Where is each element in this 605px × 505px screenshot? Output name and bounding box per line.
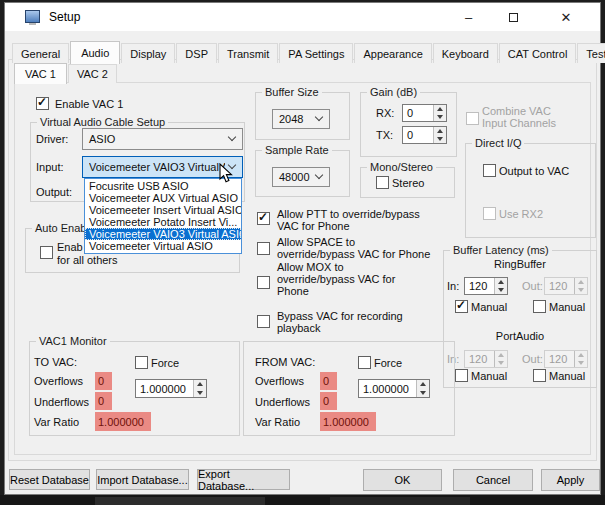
sample-rate-title: Sample Rate bbox=[262, 144, 332, 156]
export-database-button[interactable]: Export Database... bbox=[197, 469, 290, 490]
stereo-checkbox[interactable] bbox=[376, 176, 389, 189]
spin-up-icon[interactable] bbox=[417, 380, 429, 389]
direct-iq-group: Direct I/Q bbox=[465, 143, 596, 238]
reset-database-button[interactable]: Reset Database bbox=[9, 469, 90, 490]
allow-ptt-checkbox[interactable] bbox=[257, 212, 270, 225]
stereo-label: Stereo bbox=[392, 177, 424, 189]
window-title: Setup bbox=[49, 10, 80, 24]
output-to-vac-checkbox[interactable] bbox=[483, 164, 496, 177]
dropdown-item-selected[interactable]: Voicemeeter VAIO3 Virtual ASIO bbox=[85, 228, 241, 240]
spin-up-icon bbox=[495, 351, 507, 359]
sample-rate-select[interactable]: 48000 bbox=[272, 167, 330, 187]
allow-mox-checkbox[interactable] bbox=[257, 276, 270, 289]
allow-mox-label-line2: override/bypass VAC for bbox=[277, 273, 395, 285]
buffer-latency-title: Buffer Latency (ms) bbox=[450, 244, 552, 256]
spinner-buttons[interactable] bbox=[433, 105, 446, 121]
spin-down-icon bbox=[575, 286, 587, 294]
tab-vac2[interactable]: VAC 2 bbox=[68, 64, 117, 83]
tab-cat-control[interactable]: CAT Control bbox=[499, 43, 577, 63]
from-vac-ratio-spinner[interactable]: 1.000000 bbox=[358, 379, 430, 398]
buffer-size-select[interactable]: 2048 bbox=[272, 109, 330, 129]
spin-down-icon[interactable] bbox=[194, 389, 206, 398]
rx-gain-spinner[interactable]: 0 bbox=[402, 104, 447, 122]
cancel-button[interactable]: Cancel bbox=[453, 469, 533, 491]
ring-in-manual-checkbox[interactable] bbox=[455, 300, 468, 313]
port-out-manual-checkbox[interactable] bbox=[533, 369, 546, 382]
auto-enable-group-title: Auto Enab bbox=[32, 222, 89, 234]
use-rx2-checkbox bbox=[483, 207, 496, 220]
port-in-manual-checkbox[interactable] bbox=[455, 369, 468, 382]
enable-vac1-checkbox[interactable] bbox=[36, 97, 49, 110]
close-button[interactable]: ✕ bbox=[536, 3, 596, 31]
minimize-icon: – bbox=[465, 10, 472, 25]
tab-vac1[interactable]: VAC 1 bbox=[14, 63, 67, 84]
driver-value: ASIO bbox=[89, 133, 115, 145]
titlebar[interactable]: Setup – ✕ bbox=[5, 3, 600, 31]
spinner-buttons[interactable] bbox=[494, 278, 507, 294]
dropdown-item[interactable]: Voicemeeter AUX Virtual ASIO bbox=[85, 192, 241, 204]
dropdown-item[interactable]: Voicemeeter Insert Virtual ASIO bbox=[85, 204, 241, 216]
to-var-ratio-value: 1.000000 bbox=[95, 412, 151, 431]
tab-appearance[interactable]: Appearance bbox=[354, 43, 431, 63]
tab-transmit[interactable]: Transmit bbox=[218, 43, 278, 63]
from-vac-force-label: Force bbox=[374, 357, 402, 369]
spin-down-icon[interactable] bbox=[417, 389, 429, 398]
tab-general[interactable]: General bbox=[12, 43, 69, 63]
driver-select[interactable]: ASIO bbox=[82, 128, 243, 150]
tx-gain-label: TX: bbox=[376, 129, 393, 141]
bypass-recording-checkbox[interactable] bbox=[257, 315, 270, 328]
app-icon bbox=[25, 10, 40, 23]
dropdown-item[interactable]: Focusrite USB ASIO bbox=[85, 180, 241, 192]
bypass-recording-label-line2: playback bbox=[277, 322, 320, 334]
rx-gain-value: 0 bbox=[407, 107, 413, 119]
apply-button[interactable]: Apply bbox=[541, 469, 600, 491]
spin-down-icon[interactable] bbox=[495, 286, 507, 294]
ok-button[interactable]: OK bbox=[363, 469, 442, 491]
spinner-buttons[interactable] bbox=[433, 127, 446, 143]
driver-label: Driver: bbox=[36, 133, 68, 145]
import-database-button[interactable]: Import Database... bbox=[96, 469, 189, 490]
tx-gain-spinner[interactable]: 0 bbox=[402, 126, 447, 144]
tab-display[interactable]: Display bbox=[121, 43, 175, 63]
spin-down-icon[interactable] bbox=[434, 135, 446, 143]
tab-tests[interactable]: Tests bbox=[577, 43, 605, 63]
spin-up-icon bbox=[575, 351, 587, 359]
spinner-buttons[interactable] bbox=[416, 380, 429, 397]
tab-audio[interactable]: Audio bbox=[70, 41, 120, 64]
spin-up-icon[interactable] bbox=[434, 127, 446, 135]
auto-enable-checkbox[interactable] bbox=[40, 246, 53, 259]
ring-in-value: 120 bbox=[469, 280, 487, 292]
to-vac-ratio-spinner[interactable]: 1.000000 bbox=[135, 379, 207, 398]
to-vac-force-checkbox[interactable] bbox=[135, 356, 148, 369]
from-underflows-label: Underflows bbox=[255, 396, 310, 408]
vac1-monitor-title: VAC1 Monitor bbox=[36, 335, 110, 347]
maximize-button[interactable] bbox=[491, 3, 536, 31]
gain-group: Gain (dB) bbox=[360, 92, 457, 157]
tab-keyboard[interactable]: Keyboard bbox=[433, 43, 498, 63]
from-vac-force-checkbox[interactable] bbox=[358, 356, 371, 369]
from-var-ratio-label: Var Ratio bbox=[255, 416, 300, 428]
spin-up-icon[interactable] bbox=[194, 380, 206, 389]
ring-out-manual-checkbox[interactable] bbox=[533, 300, 546, 313]
tab-dsp[interactable]: DSP bbox=[176, 43, 217, 63]
dropdown-item[interactable]: Voicemeeter Potato Insert Vi... bbox=[85, 216, 241, 228]
dropdown-item[interactable]: Voicemeeter Virtual ASIO bbox=[85, 240, 241, 252]
auto-enable-label-line1: Enab bbox=[57, 241, 83, 253]
minimize-button[interactable]: – bbox=[446, 3, 491, 31]
spinner-buttons[interactable] bbox=[193, 380, 206, 397]
spin-down-icon[interactable] bbox=[434, 113, 446, 121]
auto-enable-label-line2: for all others bbox=[57, 254, 118, 266]
spin-up-icon[interactable] bbox=[434, 105, 446, 113]
allow-space-checkbox[interactable] bbox=[257, 242, 270, 255]
tab-pa-settings[interactable]: PA Settings bbox=[279, 43, 353, 63]
combine-vac-checkbox bbox=[466, 112, 479, 125]
ring-in-spinner[interactable]: 120 bbox=[464, 277, 508, 295]
spin-up-icon[interactable] bbox=[495, 278, 507, 286]
port-out-value: 120 bbox=[549, 353, 567, 365]
close-icon: ✕ bbox=[561, 10, 572, 25]
to-underflows-label: Underflows bbox=[34, 396, 89, 408]
background-window-fragment bbox=[95, 497, 265, 505]
ring-in-label: In: bbox=[447, 280, 459, 292]
allow-ptt-label-line2: VAC for Phone bbox=[277, 220, 350, 232]
spin-down-icon bbox=[575, 359, 587, 367]
